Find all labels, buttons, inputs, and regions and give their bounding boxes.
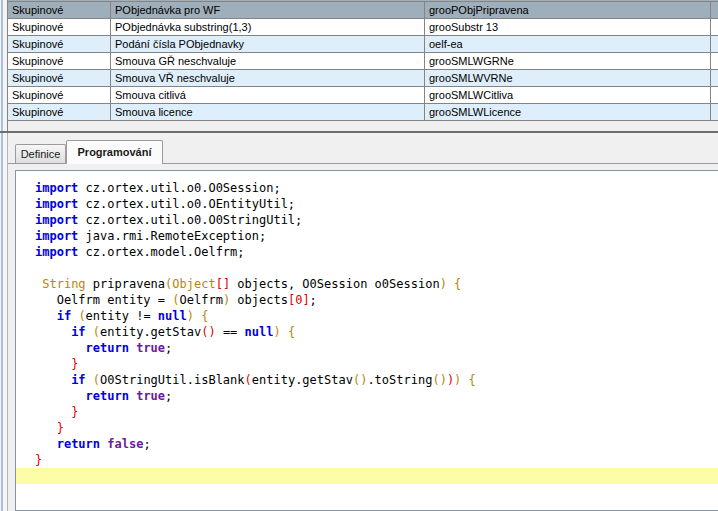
table-row[interactable]: SkupinovéSmouva VŘ neschvalujegrooSMLWVR… xyxy=(8,70,718,87)
code-line: String pripravena(Object[] objects, O0Se… xyxy=(16,276,718,292)
code-token: return xyxy=(86,389,129,403)
table-row[interactable]: SkupinovéSmouva licencegrooSMLWLicence xyxy=(8,104,718,121)
cell-description: Podání čísla PObjednavky xyxy=(111,36,425,52)
cell-description: PObjednávka pro WF xyxy=(111,2,425,18)
code-token: } xyxy=(57,421,64,435)
cell-identifier: grooSMLWVRNe xyxy=(425,70,711,86)
code-line: import cz.ortex.model.Oelfrm; xyxy=(16,244,718,260)
code-token: { xyxy=(201,309,208,323)
code-token: ; xyxy=(143,437,150,451)
code-token xyxy=(35,341,86,355)
code-lines: import cz.ortex.util.o0.O0Session;import… xyxy=(16,171,718,484)
code-token xyxy=(35,389,86,403)
code-token: objects, O0Session o0Session xyxy=(230,277,440,291)
code-token xyxy=(86,325,93,339)
code-token xyxy=(35,421,57,435)
cell-identifier: grooSMLWGRNe xyxy=(425,53,711,69)
definitions-grid-panel: SkupinovéPObjednávka pro WFgrooPObjPripr… xyxy=(7,0,718,131)
code-line: } xyxy=(16,356,718,372)
code-token: ; xyxy=(165,341,172,355)
code-token: ] xyxy=(302,293,309,307)
cell-scope: Skupinové xyxy=(8,104,111,120)
code-token: import xyxy=(35,229,78,243)
code-token xyxy=(461,373,468,387)
code-token: ) xyxy=(273,325,280,339)
code-line: if (O0StringUtil.isBlank(entity.getStav(… xyxy=(16,372,718,388)
code-line: import java.rmi.RemoteException; xyxy=(16,228,718,244)
code-token: entity != xyxy=(86,309,158,323)
table-row[interactable]: SkupinovéSmouva citlivágrooSMLWCitliva xyxy=(8,87,718,104)
cell-scope: Skupinové xyxy=(8,36,111,52)
code-token xyxy=(35,405,71,419)
code-token: Object xyxy=(172,277,215,291)
cell-scope: Skupinové xyxy=(8,19,111,35)
code-token: () xyxy=(353,373,367,387)
cell-filler xyxy=(711,104,718,120)
code-token: false xyxy=(107,437,143,451)
code-token: } xyxy=(71,357,78,371)
code-token: java.rmi.RemoteException; xyxy=(78,229,266,243)
code-token: import xyxy=(35,245,78,259)
cell-identifier: grooPObjPripravena xyxy=(425,2,711,18)
results-table-body: SkupinovéPObjednávka pro WFgrooPObjPripr… xyxy=(8,2,718,121)
code-line: } xyxy=(16,452,718,468)
table-row[interactable]: SkupinovéPObjednávka substring(1,3)grooS… xyxy=(8,19,718,36)
code-token: cz.ortex.util.o0.O0StringUtil; xyxy=(78,213,302,227)
code-token: cz.ortex.util.o0.O0Session; xyxy=(78,181,280,195)
code-token: ( xyxy=(78,309,85,323)
table-row[interactable]: SkupinovéPodání čísla PObjednavkyoelf-ea xyxy=(8,36,718,53)
code-line: return true; xyxy=(16,388,718,404)
code-line: if (entity != null) { xyxy=(16,308,718,324)
code-token: objects xyxy=(230,293,288,307)
code-line: } xyxy=(16,404,718,420)
tab-programovani[interactable]: Programování xyxy=(66,140,163,164)
cell-description: Smouva licence xyxy=(111,104,425,120)
code-token: null xyxy=(245,325,274,339)
cell-description: Smouva VŘ neschvaluje xyxy=(111,70,425,86)
code-line xyxy=(16,260,718,276)
code-token: if xyxy=(57,309,71,323)
table-row[interactable]: SkupinovéPObjednávka pro WFgrooPObjPripr… xyxy=(8,2,718,19)
code-token: true xyxy=(136,341,165,355)
code-token: if xyxy=(71,325,85,339)
cell-filler xyxy=(711,19,718,35)
code-editor[interactable]: import cz.ortex.util.o0.O0Session;import… xyxy=(15,170,718,511)
code-token: ) xyxy=(187,309,194,323)
cell-scope: Skupinové xyxy=(8,53,111,69)
code-token: ; xyxy=(165,389,172,403)
code-line: import cz.ortex.util.o0.O0Session; xyxy=(16,180,718,196)
cell-identifier: grooSMLWCitliva xyxy=(425,87,711,103)
code-line: return false; xyxy=(16,436,718,452)
code-token xyxy=(35,325,71,339)
cell-description: Smouva citlivá xyxy=(111,87,425,103)
tab-definice[interactable]: Definice xyxy=(15,144,66,163)
code-token: import xyxy=(35,213,78,227)
code-token: == xyxy=(216,325,245,339)
code-line: if (entity.getStav() == null) { xyxy=(16,324,718,340)
code-token xyxy=(281,325,288,339)
code-token: if xyxy=(71,373,85,387)
cell-identifier: oelf-ea xyxy=(425,36,711,52)
tab-strip: Definice Programování xyxy=(8,133,718,163)
code-token: .toString xyxy=(367,373,432,387)
code-token: return xyxy=(57,437,100,451)
code-token xyxy=(86,373,93,387)
code-token: pripravena xyxy=(86,277,165,291)
code-token: null xyxy=(158,309,187,323)
cell-description: Smouva GŘ neschvaluje xyxy=(111,53,425,69)
cell-filler xyxy=(711,2,718,18)
code-token: { xyxy=(288,325,295,339)
cell-scope: Skupinové xyxy=(8,70,111,86)
code-token xyxy=(35,309,57,323)
code-token: Oelfrm entity = xyxy=(35,293,172,307)
cell-identifier: grooSubstr 13 xyxy=(425,19,711,35)
code-line: import cz.ortex.util.o0.OEntityUtil; xyxy=(16,196,718,212)
code-token: () xyxy=(201,325,215,339)
app-window: SkupinovéPObjednávka pro WFgrooPObjPripr… xyxy=(0,0,718,511)
cell-filler xyxy=(711,87,718,103)
table-row[interactable]: SkupinovéSmouva GŘ neschvalujegrooSMLWGR… xyxy=(8,53,718,70)
current-line-highlight xyxy=(16,468,718,484)
code-token: ( xyxy=(93,373,100,387)
code-line: } xyxy=(16,420,718,436)
code-token: entity.getStav xyxy=(252,373,353,387)
